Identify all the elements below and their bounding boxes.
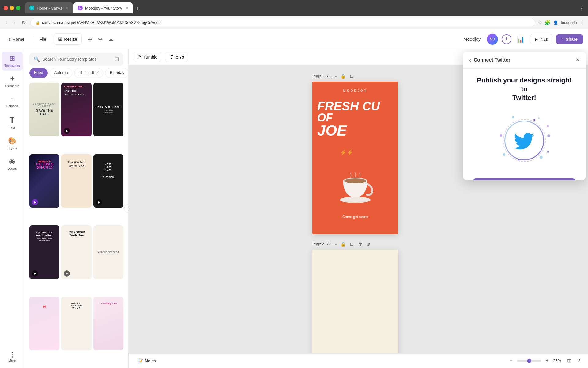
- modal-headline: Publish your designs straight to Twitter…: [473, 76, 576, 102]
- panel-tags: Food Autumn This or that Birthday ›: [24, 68, 128, 81]
- tag-food[interactable]: Food: [29, 68, 48, 78]
- uploads-label: Uploads: [6, 104, 18, 108]
- search-bar[interactable]: 🔍 ⊟: [29, 53, 123, 66]
- close-window-btn[interactable]: [4, 6, 8, 10]
- template-card-12[interactable]: Launching Soon: [93, 297, 123, 351]
- file-label: File: [40, 37, 47, 42]
- minimize-window-btn[interactable]: [10, 6, 14, 10]
- browser-menu-btn[interactable]: ⋮: [579, 5, 584, 11]
- tab-story-close[interactable]: ×: [126, 6, 128, 10]
- home-button[interactable]: ‹ Home: [5, 33, 28, 45]
- tag-birthday[interactable]: Birthday: [105, 68, 128, 78]
- tag-this-or-that-label: This or that: [79, 70, 99, 75]
- template-card-4[interactable]: REVIEW OF THE SONUS BONUM 10 ▶: [29, 154, 59, 208]
- main-content: ⊞ Templates ✦ Elements ↑ Uploads T Text …: [0, 49, 588, 368]
- modal-title: Connect Twitter: [474, 57, 576, 63]
- maximize-window-btn[interactable]: [16, 6, 20, 10]
- template-card-2[interactable]: SAVE THE PLANET FAST, BUY SECONDHAND. ▶: [61, 83, 91, 136]
- sidebar-item-elements[interactable]: ✦ Elements: [2, 72, 23, 91]
- forward-btn[interactable]: ›: [12, 18, 17, 27]
- connect-twitter-btn[interactable]: Connect Twitter: [473, 178, 576, 180]
- redo-button[interactable]: ↪: [96, 34, 105, 44]
- tag-autumn[interactable]: Autumn: [50, 68, 73, 78]
- template-card-1[interactable]: NANNY'S BABY SHOWER SAVE THE DATE: [29, 83, 59, 136]
- template-card-5[interactable]: The Perfect White Tee: [61, 154, 91, 208]
- more-label: More: [8, 359, 16, 362]
- left-sidebar: ⊞ Templates ✦ Elements ↑ Uploads T Text …: [0, 49, 24, 368]
- browser-chrome: C Home - Canva × M Moodjoy - Your Story …: [0, 0, 588, 16]
- address-bar[interactable]: 🔒 canva.com/design/DAFNVetRTV8/J1WoMZtkP…: [30, 18, 535, 27]
- play-overlay-2: ▶: [64, 128, 70, 134]
- tag-autumn-label: Autumn: [54, 70, 68, 75]
- tab-home-close[interactable]: ×: [66, 6, 69, 10]
- share-button[interactable]: ↑ Share: [556, 34, 583, 44]
- sidebar-item-styles[interactable]: 🎨 Styles: [2, 134, 23, 153]
- modal-footer: Connect Twitter: [463, 178, 586, 180]
- resize-button[interactable]: ⊞ Resize: [54, 33, 82, 45]
- search-input[interactable]: [42, 57, 112, 62]
- canva-tab-icon: C: [29, 6, 34, 10]
- play-icon: ▶: [535, 37, 538, 42]
- deco-dot-4: [500, 134, 502, 137]
- modal-headline-line2: Twitter!: [512, 94, 536, 102]
- resize-label: Resize: [64, 37, 77, 42]
- save-button[interactable]: ☁: [106, 34, 116, 44]
- templates-panel: 🔍 ⊟ Food Autumn This or that Birthday: [24, 49, 129, 368]
- add-collaborator-btn[interactable]: +: [502, 34, 511, 44]
- modal-back-btn[interactable]: ‹: [469, 56, 471, 63]
- template-card-8[interactable]: The Perfect White Tee ▶: [61, 225, 91, 279]
- sidebar-item-text[interactable]: T Text: [2, 112, 23, 133]
- modal-body: Publish your designs straight to Twitter…: [463, 69, 586, 178]
- extensions-icon[interactable]: 🧩: [545, 20, 551, 25]
- template-card-11[interactable]: HELLOSPRINGONLY: [61, 297, 91, 351]
- play-time: 7.2s: [540, 37, 548, 42]
- refresh-btn[interactable]: ↻: [20, 18, 28, 27]
- analytics-btn[interactable]: 📊: [515, 34, 526, 45]
- modal-close-btn[interactable]: ×: [576, 56, 579, 63]
- window-controls: [4, 6, 20, 10]
- back-btn[interactable]: ‹: [4, 18, 9, 27]
- user-avatar[interactable]: SJ: [487, 34, 498, 45]
- browser-tab-home[interactable]: C Home - Canva ×: [25, 2, 73, 13]
- top-toolbar: ‹ Home File ⊞ Resize ↩ ↪ ☁ Moodjoy SJ + …: [0, 29, 588, 49]
- divider-1: [32, 35, 32, 44]
- address-text: canva.com/design/DAFNVetRTV8/J1WoMZtkPXc…: [42, 20, 161, 25]
- sidebar-item-uploads[interactable]: ↑ Uploads: [2, 92, 23, 111]
- elements-icon: ✦: [9, 75, 15, 83]
- share-label: Share: [566, 37, 578, 42]
- template-card-10[interactable]: 🎀: [29, 297, 59, 351]
- project-name: Moodjoy: [463, 36, 481, 42]
- template-card-9[interactable]: YOU'RE PERFECT: [93, 225, 123, 279]
- play-overlay-6: ▶: [96, 199, 102, 205]
- preview-button[interactable]: ▶ 7.2s: [530, 34, 552, 44]
- file-menu-button[interactable]: File: [36, 34, 50, 44]
- browser-more-btn[interactable]: ⋮: [579, 20, 584, 25]
- tag-this-or-that[interactable]: This or that: [74, 68, 103, 78]
- canvas-area: ⟳ Tumble ⏱ 5.7s Page 1 - A...: [129, 49, 588, 368]
- uploads-icon: ↑: [10, 95, 14, 103]
- play-overlay-7: ▶: [32, 270, 38, 277]
- template-card-6[interactable]: NEWNEWNEW SHOP NOW ▶: [93, 154, 123, 208]
- template-card-3[interactable]: THIS OR THAT Long HairShort Hair: [93, 83, 123, 136]
- deco-dot-2: [533, 119, 535, 121]
- undo-button[interactable]: ↩: [85, 34, 95, 44]
- templates-icon: ⊞: [9, 55, 15, 63]
- twitter-bird-icon: [514, 130, 535, 151]
- tag-food-label: Food: [34, 70, 43, 75]
- deco-dot-6: [503, 153, 505, 156]
- logos-label: Logos: [8, 167, 17, 170]
- sidebar-item-more[interactable]: More: [2, 349, 23, 366]
- twitter-graphic: [494, 110, 555, 171]
- bookmark-icon[interactable]: ☆: [538, 20, 542, 25]
- profile-icon[interactable]: 👤: [553, 20, 558, 25]
- template-grid: NANNY'S BABY SHOWER SAVE THE DATE SAVE T…: [24, 81, 128, 368]
- sidebar-item-logos[interactable]: ◉ Logos: [2, 154, 23, 173]
- browser-tab-story[interactable]: M Moodjoy - Your Story ×: [74, 2, 133, 13]
- twitter-modal-overlay: ‹ Connect Twitter × Publish your designs…: [129, 49, 588, 368]
- filter-icon[interactable]: ⊟: [115, 56, 119, 63]
- new-tab-button[interactable]: +: [133, 5, 141, 13]
- template-card-7[interactable]: Eyeshadow Application TUTORIALS FOR BEGI…: [29, 225, 59, 279]
- sidebar-item-templates[interactable]: ⊞ Templates: [2, 52, 23, 71]
- incognito-label: Incognito: [561, 20, 577, 25]
- play-overlay-4: ▶: [32, 199, 38, 205]
